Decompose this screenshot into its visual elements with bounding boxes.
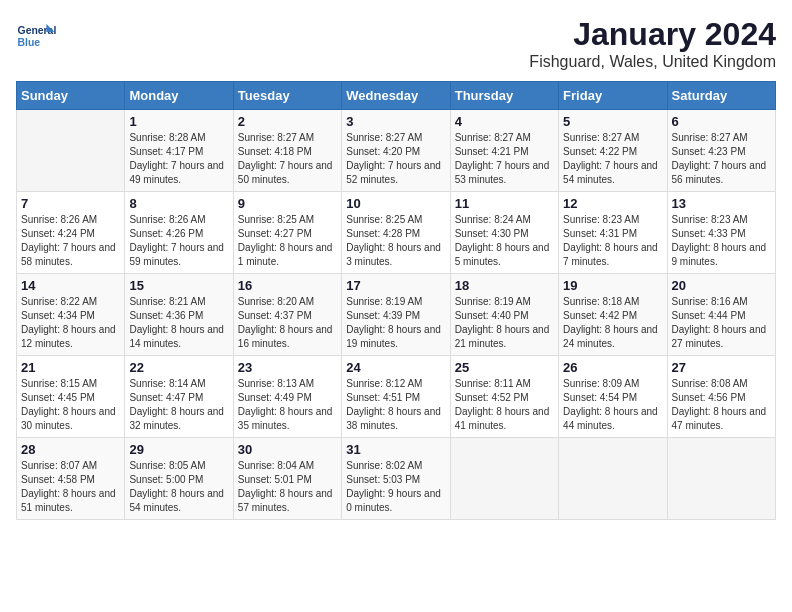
day-number: 23 [238, 360, 337, 375]
day-cell: 6Sunrise: 8:27 AMSunset: 4:23 PMDaylight… [667, 110, 775, 192]
weekday-header-saturday: Saturday [667, 82, 775, 110]
sunrise-text: Sunrise: 8:27 AM [672, 132, 748, 143]
sunrise-text: Sunrise: 8:04 AM [238, 460, 314, 471]
calendar-table: SundayMondayTuesdayWednesdayThursdayFrid… [16, 81, 776, 520]
sunrise-text: Sunrise: 8:20 AM [238, 296, 314, 307]
day-cell: 21Sunrise: 8:15 AMSunset: 4:45 PMDayligh… [17, 356, 125, 438]
daylight-text: Daylight: 7 hours and 52 minutes. [346, 160, 441, 185]
week-row-5: 28Sunrise: 8:07 AMSunset: 4:58 PMDayligh… [17, 438, 776, 520]
day-number: 6 [672, 114, 771, 129]
day-number: 17 [346, 278, 445, 293]
daylight-text: Daylight: 8 hours and 9 minutes. [672, 242, 767, 267]
sunset-text: Sunset: 4:17 PM [129, 146, 203, 157]
sunrise-text: Sunrise: 8:26 AM [21, 214, 97, 225]
day-number: 2 [238, 114, 337, 129]
day-number: 9 [238, 196, 337, 211]
sunset-text: Sunset: 4:21 PM [455, 146, 529, 157]
daylight-text: Daylight: 7 hours and 50 minutes. [238, 160, 333, 185]
day-cell: 2Sunrise: 8:27 AMSunset: 4:18 PMDaylight… [233, 110, 341, 192]
sunrise-text: Sunrise: 8:13 AM [238, 378, 314, 389]
day-cell: 14Sunrise: 8:22 AMSunset: 4:34 PMDayligh… [17, 274, 125, 356]
day-cell: 16Sunrise: 8:20 AMSunset: 4:37 PMDayligh… [233, 274, 341, 356]
sunset-text: Sunset: 4:52 PM [455, 392, 529, 403]
daylight-text: Daylight: 8 hours and 57 minutes. [238, 488, 333, 513]
day-cell: 7Sunrise: 8:26 AMSunset: 4:24 PMDaylight… [17, 192, 125, 274]
day-number: 16 [238, 278, 337, 293]
daylight-text: Daylight: 8 hours and 44 minutes. [563, 406, 658, 431]
day-cell: 4Sunrise: 8:27 AMSunset: 4:21 PMDaylight… [450, 110, 558, 192]
sunrise-text: Sunrise: 8:26 AM [129, 214, 205, 225]
sunset-text: Sunset: 4:28 PM [346, 228, 420, 239]
week-row-2: 7Sunrise: 8:26 AMSunset: 4:24 PMDaylight… [17, 192, 776, 274]
day-number: 28 [21, 442, 120, 457]
daylight-text: Daylight: 8 hours and 32 minutes. [129, 406, 224, 431]
day-number: 29 [129, 442, 228, 457]
weekday-header-sunday: Sunday [17, 82, 125, 110]
day-number: 7 [21, 196, 120, 211]
daylight-text: Daylight: 8 hours and 5 minutes. [455, 242, 550, 267]
weekday-header-row: SundayMondayTuesdayWednesdayThursdayFrid… [17, 82, 776, 110]
daylight-text: Daylight: 8 hours and 21 minutes. [455, 324, 550, 349]
sunrise-text: Sunrise: 8:15 AM [21, 378, 97, 389]
day-cell: 26Sunrise: 8:09 AMSunset: 4:54 PMDayligh… [559, 356, 667, 438]
day-number: 30 [238, 442, 337, 457]
sunset-text: Sunset: 4:58 PM [21, 474, 95, 485]
daylight-text: Daylight: 7 hours and 56 minutes. [672, 160, 767, 185]
daylight-text: Daylight: 8 hours and 3 minutes. [346, 242, 441, 267]
daylight-text: Daylight: 7 hours and 58 minutes. [21, 242, 116, 267]
day-number: 26 [563, 360, 662, 375]
daylight-text: Daylight: 8 hours and 51 minutes. [21, 488, 116, 513]
daylight-text: Daylight: 8 hours and 27 minutes. [672, 324, 767, 349]
sunset-text: Sunset: 4:18 PM [238, 146, 312, 157]
sunrise-text: Sunrise: 8:08 AM [672, 378, 748, 389]
sunrise-text: Sunrise: 8:24 AM [455, 214, 531, 225]
daylight-text: Daylight: 8 hours and 12 minutes. [21, 324, 116, 349]
weekday-header-thursday: Thursday [450, 82, 558, 110]
day-number: 8 [129, 196, 228, 211]
day-cell: 23Sunrise: 8:13 AMSunset: 4:49 PMDayligh… [233, 356, 341, 438]
sunrise-text: Sunrise: 8:28 AM [129, 132, 205, 143]
sunset-text: Sunset: 4:20 PM [346, 146, 420, 157]
day-number: 13 [672, 196, 771, 211]
day-cell: 10Sunrise: 8:25 AMSunset: 4:28 PMDayligh… [342, 192, 450, 274]
sunrise-text: Sunrise: 8:18 AM [563, 296, 639, 307]
sunset-text: Sunset: 4:51 PM [346, 392, 420, 403]
day-cell: 17Sunrise: 8:19 AMSunset: 4:39 PMDayligh… [342, 274, 450, 356]
sunrise-text: Sunrise: 8:21 AM [129, 296, 205, 307]
sunset-text: Sunset: 4:47 PM [129, 392, 203, 403]
daylight-text: Daylight: 8 hours and 19 minutes. [346, 324, 441, 349]
day-cell: 8Sunrise: 8:26 AMSunset: 4:26 PMDaylight… [125, 192, 233, 274]
day-cell: 27Sunrise: 8:08 AMSunset: 4:56 PMDayligh… [667, 356, 775, 438]
day-number: 15 [129, 278, 228, 293]
sunset-text: Sunset: 4:54 PM [563, 392, 637, 403]
day-cell: 18Sunrise: 8:19 AMSunset: 4:40 PMDayligh… [450, 274, 558, 356]
sunset-text: Sunset: 4:40 PM [455, 310, 529, 321]
sunset-text: Sunset: 4:30 PM [455, 228, 529, 239]
daylight-text: Daylight: 8 hours and 30 minutes. [21, 406, 116, 431]
weekday-header-tuesday: Tuesday [233, 82, 341, 110]
day-cell: 20Sunrise: 8:16 AMSunset: 4:44 PMDayligh… [667, 274, 775, 356]
day-cell: 24Sunrise: 8:12 AMSunset: 4:51 PMDayligh… [342, 356, 450, 438]
sunrise-text: Sunrise: 8:07 AM [21, 460, 97, 471]
day-cell: 28Sunrise: 8:07 AMSunset: 4:58 PMDayligh… [17, 438, 125, 520]
subtitle: Fishguard, Wales, United Kingdom [529, 53, 776, 71]
week-row-3: 14Sunrise: 8:22 AMSunset: 4:34 PMDayligh… [17, 274, 776, 356]
day-number: 3 [346, 114, 445, 129]
sunrise-text: Sunrise: 8:23 AM [563, 214, 639, 225]
day-cell: 15Sunrise: 8:21 AMSunset: 4:36 PMDayligh… [125, 274, 233, 356]
day-number: 27 [672, 360, 771, 375]
sunrise-text: Sunrise: 8:27 AM [346, 132, 422, 143]
day-number: 4 [455, 114, 554, 129]
sunrise-text: Sunrise: 8:25 AM [346, 214, 422, 225]
daylight-text: Daylight: 8 hours and 14 minutes. [129, 324, 224, 349]
weekday-header-wednesday: Wednesday [342, 82, 450, 110]
sunset-text: Sunset: 4:31 PM [563, 228, 637, 239]
sunset-text: Sunset: 4:24 PM [21, 228, 95, 239]
sunrise-text: Sunrise: 8:11 AM [455, 378, 531, 389]
day-cell: 31Sunrise: 8:02 AMSunset: 5:03 PMDayligh… [342, 438, 450, 520]
daylight-text: Daylight: 8 hours and 54 minutes. [129, 488, 224, 513]
day-cell: 3Sunrise: 8:27 AMSunset: 4:20 PMDaylight… [342, 110, 450, 192]
daylight-text: Daylight: 7 hours and 49 minutes. [129, 160, 224, 185]
day-cell [17, 110, 125, 192]
daylight-text: Daylight: 8 hours and 47 minutes. [672, 406, 767, 431]
